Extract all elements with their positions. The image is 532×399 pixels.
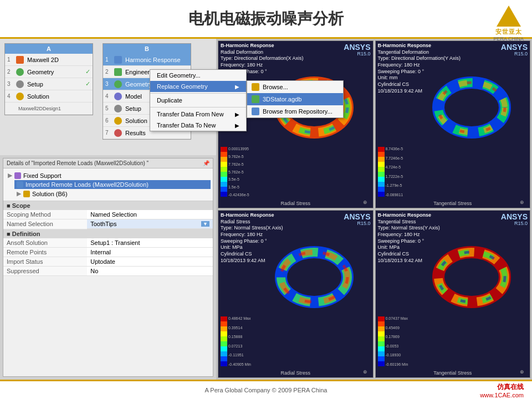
legend-bar-4 [378,316,385,366]
ansys-brand-3: ANSYS [344,212,370,221]
submenu-browse[interactable]: Browse... [247,81,343,93]
tree-icon-2 [17,181,23,188]
folder-icon [252,83,259,91]
detail-import-status: Import Status Uptodate [3,257,213,266]
table-b-header: B [103,44,191,54]
submenu-3dstator[interactable]: 3DStator.agdb [247,93,343,105]
legend-values-3: -0.40905 Min -0.11951 0.07213 0.15888 0.… [228,316,251,366]
repo-icon [252,108,259,115]
tree-expand-icon-2: ▶ [17,190,21,197]
footer-url: www.1CAE.com [480,392,524,398]
ansys-label-2: B-Harmonic Response Tangential Deformati… [378,43,461,95]
tree-item-imported-loads[interactable]: Imported Remote Loads (Maxwell2DSolution… [14,180,211,189]
menu-replace-geometry[interactable]: Replace Geometry ▶ [150,81,246,92]
workflow-area: A 1 Maxwell 2D 2 Geometry ✓ 3 Setup ✓ [0,39,216,155]
legend-bar-2 [378,147,385,197]
section-definition: ■ Definition [3,229,213,238]
page-title: 电机电磁振动噪声分析 [188,8,344,29]
menu-separator-2 [150,107,246,108]
tree-icon-3 [23,191,30,197]
table-row: Maxwell2DDesign1 [5,103,93,115]
left-panel: A 1 Maxwell 2D 2 Geometry ✓ 3 Setup ✓ [0,39,216,380]
logo-area: 安世亚太 PERA CHINA [493,6,524,42]
submenu-arrow-icon-3: ▶ [235,122,239,129]
legend-values-2: -0.089811 -1.279e-5 1.7222e-5 4.724e-5 7… [386,147,403,197]
ansys-cell-4: B-Harmonic Response Tangential Stress Ty… [375,210,531,378]
table-row[interactable]: 4 Solution [5,90,93,103]
solution-tree: ▶ Fixed Support Imported Remote Loads (M… [3,168,213,201]
dropdown-arrow-icon[interactable]: ▼ [201,221,209,227]
detail-remote-points: Remote Points Internal [3,247,213,257]
tree-icon [14,172,21,179]
detail-scoping-method: Scoping Method Named Selection [3,210,213,219]
ansys-version-1: R15.0 [357,51,370,57]
detail-ansoft-solution: Ansoft Solution Setup1 : Transient [3,238,213,248]
tree-item-fixed-support[interactable]: ▶ Fixed Support [6,171,211,180]
menu-transfer-from[interactable]: Transfer Data From New ▶ [150,109,246,120]
ansys-label-4: B-Harmonic Response Tangential Stress Ty… [378,212,440,264]
details-table: ■ Scope Scoping Method Named Selection N… [3,201,213,276]
axis-indicator-4: ⊕ [520,369,524,375]
cell-bottom-label-3: Radial Stress [280,370,310,376]
section-scope: ■ Scope [3,201,213,210]
ansys-brand-1: ANSYS [344,43,370,52]
footer-text: A Pera Global Company © 2009 PERA China [205,387,328,393]
context-menu: Edit Geometry... Replace Geometry ▶ Dupl… [150,69,247,131]
cell-bottom-label-4: Tangential Stress [433,370,472,376]
legend-values-4: -0.60196 Min -0.18930 -0.0053 0.17869 0.… [386,316,408,366]
table-a-header: A [5,44,93,54]
table-row[interactable]: 1 Harmonic Response [103,54,191,66]
axis-indicator-3: ⊕ [363,369,367,375]
axis-indicator-1: ⊕ [363,200,367,205]
details-pin-icon[interactable]: 📌 [203,160,209,166]
menu-edit-geometry[interactable]: Edit Geometry... [150,70,246,81]
footer-right: 仿真在线 www.1CAE.com [480,382,524,398]
ansys-cell-2: B-Harmonic Response Tangential Deformati… [375,40,531,208]
axis-indicator-2: ⊕ [520,200,524,205]
submenu-arrow-icon: ▶ [235,84,239,90]
menu-transfer-to[interactable]: Transfer Data To New ▶ [150,120,246,131]
details-title: Details of "Imported Remote Loads (Maxwe… [3,158,213,168]
footer: A Pera Global Company © 2009 PERA China … [0,380,532,399]
logo-triangle-icon [497,6,521,27]
ansys-brand-2: ANSYS [501,43,528,52]
table-row[interactable]: 2 Geometry ✓ [5,66,93,78]
table-a: A 1 Maxwell 2D 2 Geometry ✓ 3 Setup ✓ [4,43,93,115]
main-content: A 1 Maxwell 2D 2 Geometry ✓ 3 Setup ✓ [0,39,532,380]
cell-bottom-label-2: Tangential Stress [433,201,472,206]
submenu-arrow-icon-2: ▶ [235,111,239,117]
cell-bottom-label-1: Radial Stress [280,201,310,206]
legend-bar-1 [221,147,227,197]
tree-expand-icon: ▶ [8,172,12,179]
ansys-brand-4: ANSYS [501,212,528,221]
ansys-version-2: R15.0 [514,51,528,57]
menu-separator [150,93,246,94]
header: 电机电磁振动噪声分析 安世亚太 PERA CHINA [0,0,532,39]
logo-name: 安世亚太 [495,28,522,36]
legend-values-1: -0.42436e-5 1.5e-5 3.5e-5 5.762e-5 7.762… [228,147,249,197]
menu-duplicate[interactable]: Duplicate [150,95,246,106]
detail-suppressed: Suppressed No [3,266,213,275]
table-row[interactable]: 1 Maxwell 2D [5,54,93,66]
ansys-cell-3: B-Harmonic Response Radial Stress Type: … [218,210,374,378]
submenu-browse-repo[interactable]: Browse from Repository... [247,105,343,117]
detail-named-selection[interactable]: Named Selection ToothTips ▼ [3,219,213,229]
details-panel: Details of "Imported Remote Loads (Maxwe… [3,158,213,377]
tree-item-solution[interactable]: ▶ Solution (B6) [14,189,211,198]
sub-menu: Browse... 3DStator.agdb Browse from Repo… [247,80,344,118]
geometry-file-icon [252,95,259,103]
ansys-version-4: R15.0 [514,221,528,226]
legend-bar-3 [221,316,227,366]
footer-brand: 仿真在线 [497,382,524,392]
ansys-label-3: B-Harmonic Response Radial Stress Type: … [221,212,283,264]
table-row[interactable]: 3 Setup ✓ [5,78,93,90]
ansys-version-3: R15.0 [357,221,370,226]
